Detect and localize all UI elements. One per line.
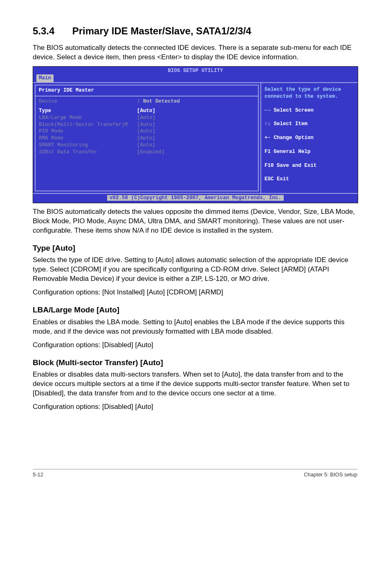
bios-setting-value: [Auto] <box>137 121 155 128</box>
bios-device-row: Device : Not Detected <box>39 98 255 105</box>
bios-setting-label: 32Bit Data Transfer <box>39 149 137 156</box>
bios-setting-value: [Auto] <box>137 142 155 149</box>
bios-help-text: Select the type of device connected to t… <box>264 86 354 100</box>
lba-body: Enables or disables the LBA mode. Settin… <box>33 318 357 337</box>
bios-setting-label: SMART Monitoring <box>39 142 137 149</box>
bios-key-row: F1 General Help <box>264 148 354 155</box>
bios-device-value: : Not Detected <box>137 98 180 105</box>
bios-setting-value: [Auto] <box>137 135 155 142</box>
bios-divider <box>36 96 258 97</box>
section-number: 5.3.4 <box>33 25 69 38</box>
bios-setting-label: DMA Mode <box>39 135 137 142</box>
bios-setting-row: PIO Mode [Auto] <box>39 128 255 135</box>
bios-setting-row: SMART Monitoring [Auto] <box>39 142 255 149</box>
bios-setting-row: LBA/Large Mode [Auto] <box>39 114 255 121</box>
lba-options: Configuration options: [Disabled] [Auto] <box>33 341 357 350</box>
bios-screenshot: BIOS SETUP UTILITY Main Primary IDE Mast… <box>33 66 358 203</box>
chapter-label: Chapter 5: BIOS setup <box>304 471 357 478</box>
bios-setting-label: Block(Multi-Sector Transfer)M <box>39 121 137 128</box>
section-title: Primary IDE Master/Slave, SATA1/2/3/4 <box>72 25 251 36</box>
bios-key-row: ↑↓ Select Item <box>264 121 354 128</box>
page-number: 5-12 <box>33 471 43 478</box>
bios-tab-main: Main <box>36 74 54 82</box>
bios-tab-row: Main <box>33 74 358 82</box>
block-options: Configuration options: [Disabled] [Auto] <box>33 402 357 412</box>
bios-setting-label: LBA/Large Mode <box>39 114 137 121</box>
lba-heading: LBA/Large Mode [Auto] <box>33 305 357 315</box>
bios-setting-value: [Auto] <box>137 114 155 121</box>
block-body: Enables or disables data multi-sectors t… <box>33 370 357 398</box>
bios-setting-value: [Auto] <box>137 108 155 114</box>
intro-paragraph: The BIOS automatically detects the conne… <box>33 43 357 62</box>
type-body: Selects the type of IDE drive. Setting t… <box>33 256 357 284</box>
block-heading: Block (Multi-sector Transfer) [Auto] <box>33 357 357 368</box>
bios-setting-row: 32Bit Data Transfer [Enabled] <box>39 149 255 156</box>
bios-key-row: ←→ Select Screen <box>264 107 354 114</box>
bios-key-row: ESC Exit <box>264 176 354 183</box>
type-heading: Type [Auto] <box>33 243 357 254</box>
bios-footer: v02.58 (C)Copyright 1985-2007, American … <box>33 193 358 203</box>
bios-setting-label: Type <box>39 108 137 114</box>
bios-left-panel: Primary IDE Master Device : Not Detected… <box>35 85 259 191</box>
bios-key-legend: ←→ Select Screen ↑↓ Select Item +- Chang… <box>264 100 354 190</box>
bios-setting-value: [Auto] <box>137 128 155 135</box>
bios-key-row: F10 Save and Exit <box>264 162 354 169</box>
bios-footer-text: v02.58 (C)Copyright 1985-2007, American … <box>107 195 284 201</box>
bios-setting-value: [Enabled] <box>137 149 165 156</box>
bios-device-label: Device <box>39 98 137 105</box>
type-options: Configuration options: [Not Installed] [… <box>33 288 357 297</box>
section-heading: 5.3.4 Primary IDE Master/Slave, SATA1/2/… <box>33 25 357 38</box>
bios-title: BIOS SETUP UTILITY <box>33 67 358 74</box>
bios-key-row: +- Change Option <box>264 135 354 141</box>
bios-panel-title: Primary IDE Master <box>39 87 255 95</box>
bios-setting-label: PIO Mode <box>39 128 137 135</box>
bios-setting-row: Block(Multi-Sector Transfer)M [Auto] <box>39 121 255 128</box>
bios-setting-row: DMA Mode [Auto] <box>39 135 255 142</box>
page-footer: 5-12 Chapter 5: BIOS setup <box>33 469 357 478</box>
after-bios-paragraph: The BIOS automatically detects the value… <box>33 207 357 236</box>
bios-setting-row: Type [Auto] <box>39 108 255 114</box>
bios-right-panel: Select the type of device connected to t… <box>260 83 358 193</box>
